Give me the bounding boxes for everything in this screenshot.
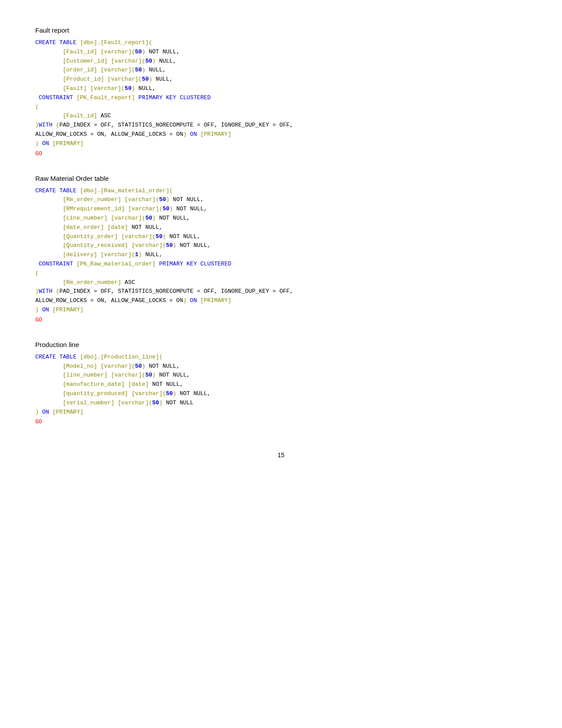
section-raw-material-order: Raw Material Order table CREATE TABLE [d…: [35, 175, 527, 323]
go-raw-material-order: GO: [35, 317, 527, 323]
go-production-line: GO: [35, 418, 527, 425]
section-production-line: Production line CREATE TABLE [dbo].[Prod…: [35, 341, 527, 426]
code-block-fault-report: CREATE TABLE [dbo].[Fault_report]( [Faul…: [35, 38, 527, 149]
section-title-fault-report: Fault report: [35, 26, 527, 34]
code-block-production-line: CREATE TABLE [dbo].[Production_line]( [M…: [35, 353, 527, 417]
page-number: 15: [35, 452, 527, 459]
section-title-raw-material-order: Raw Material Order table: [35, 175, 527, 182]
section-fault-report: Fault report CREATE TABLE [dbo].[Fault_r…: [35, 26, 527, 157]
go-fault-report: GO: [35, 150, 527, 157]
section-title-production-line: Production line: [35, 341, 527, 348]
code-block-raw-material-order: CREATE TABLE [dbo].[Raw_material_order](…: [35, 187, 527, 315]
